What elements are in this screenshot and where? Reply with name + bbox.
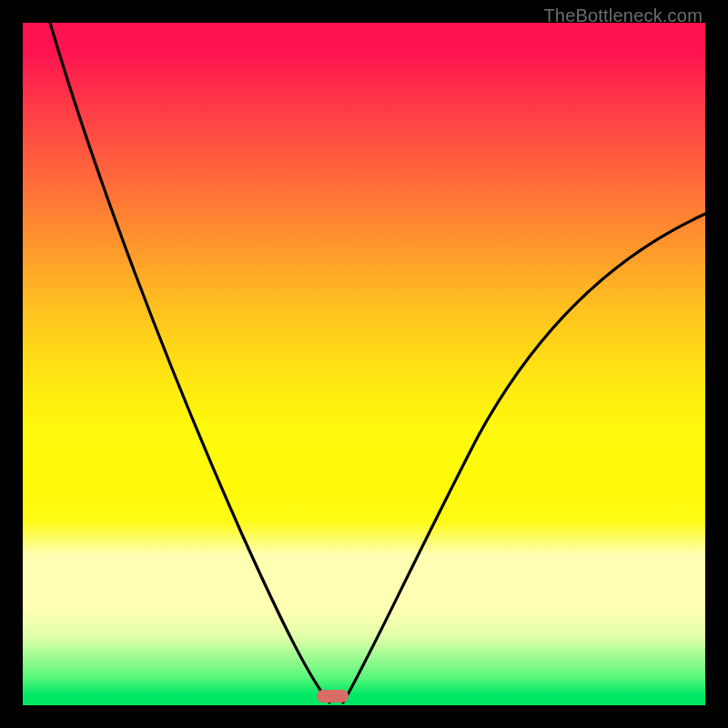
curve-right — [343, 214, 705, 703]
dip-marker — [317, 690, 349, 703]
chart-frame: TheBottleneck.com — [0, 0, 728, 728]
watermark-text: TheBottleneck.com — [543, 5, 703, 26]
curve-left — [50, 23, 329, 703]
curves-layer — [23, 23, 705, 705]
